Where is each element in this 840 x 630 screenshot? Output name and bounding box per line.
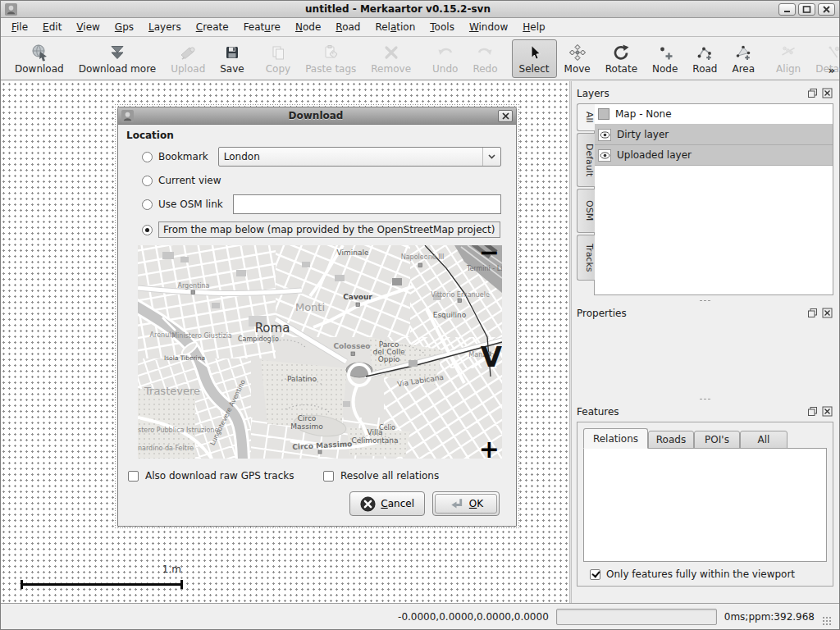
map-label: Viminale <box>337 249 369 257</box>
minimize-button[interactable] <box>778 3 796 16</box>
bookmark-combo-value: London <box>224 151 482 162</box>
toolbar-button-label: Align <box>776 63 801 75</box>
menu-item-layers[interactable]: Layers <box>141 19 189 35</box>
menu-item-file[interactable]: File <box>4 19 35 35</box>
toolbar-button-move[interactable]: Move <box>557 39 598 78</box>
menu-item-node[interactable]: Node <box>288 19 328 35</box>
button-label: OK <box>469 498 483 509</box>
menu-item-help[interactable]: Help <box>515 19 552 35</box>
toolbar-button-label: Node <box>652 63 678 75</box>
button-label: Cancel <box>381 498 414 509</box>
toolbar-button-rotate[interactable]: Rotate <box>598 39 645 78</box>
properties-close-button[interactable] <box>822 308 833 319</box>
ok-button[interactable]: OK <box>432 491 500 516</box>
radio-use-osm-link[interactable] <box>142 199 153 210</box>
map-label: Monti <box>295 301 325 313</box>
features-tab-poi-s[interactable]: POI's <box>694 431 740 449</box>
layers-close-button[interactable] <box>822 88 833 99</box>
radio-bookmark[interactable] <box>142 152 153 162</box>
option-label: Current view <box>158 175 221 186</box>
checkbox-resolve-all-relation[interactable] <box>323 471 334 482</box>
location-group-label: Location <box>126 130 501 141</box>
menu-item-gps[interactable]: Gps <box>107 19 141 35</box>
option-label: Bookmark <box>158 151 208 162</box>
menu-item-view[interactable]: View <box>69 19 107 35</box>
features-tab-relations[interactable]: Relations <box>583 428 648 449</box>
bookmark-combo[interactable]: London <box>218 147 501 167</box>
radio-current-view[interactable] <box>142 176 153 186</box>
align-icon <box>779 43 797 62</box>
title-bar[interactable]: untitled - Merkaartor v0.15.2-svn <box>1 1 839 18</box>
toolbar-button-download[interactable]: Download <box>7 39 71 78</box>
toolbar-button-road[interactable]: Road <box>685 39 724 78</box>
layer-row-dirty-layer[interactable]: Dirty layer <box>595 125 833 145</box>
layers-properties-splitter[interactable] <box>577 295 833 305</box>
toolbar-button-area[interactable]: Area <box>724 39 762 78</box>
toolbar-button-paste-tags: Paste tags <box>298 39 363 78</box>
save-icon <box>223 43 241 62</box>
copy-icon <box>269 43 287 62</box>
menu-item-window[interactable]: Window <box>462 19 515 35</box>
checkbox-also-download-raw-gp[interactable] <box>128 471 139 482</box>
select-icon <box>525 43 543 62</box>
properties-panel-header: Properties <box>577 305 833 321</box>
option-row-use-osm-link: Use OSM link <box>142 194 501 214</box>
dialog-close-button[interactable] <box>498 110 513 122</box>
map-zoom-out-button[interactable]: − <box>479 245 500 261</box>
toolbar-button-node[interactable]: Node <box>645 39 685 78</box>
properties-float-button[interactable] <box>807 308 819 319</box>
viewport-checkbox[interactable] <box>590 569 600 580</box>
toolbar-button-label: Upload <box>171 63 205 75</box>
cancel-button[interactable]: Cancel <box>349 491 425 516</box>
layers-tab-tracks[interactable]: Tracks <box>577 235 595 281</box>
radio-from-the-map-bel[interactable] <box>142 225 153 235</box>
layer-row-map-none[interactable]: Map - None <box>595 104 833 125</box>
close-button[interactable] <box>818 3 835 16</box>
map-preview[interactable]: ViminaleNapoleone IIITermini - LaArgenti… <box>138 245 502 459</box>
menu-item-create[interactable]: Create <box>189 19 236 35</box>
map-label: Isola Tiberina <box>164 354 205 362</box>
osm-link-input[interactable] <box>233 194 501 214</box>
layer-row-uploaded-layer[interactable]: Uploaded layer <box>595 145 833 166</box>
layer-label: Uploaded layer <box>617 149 692 161</box>
features-tab-roads[interactable]: Roads <box>648 431 694 449</box>
upload-icon <box>179 43 197 62</box>
toolbar-button-upload: Upload <box>163 39 212 78</box>
layers-tab-osm[interactable]: OSM <box>577 189 595 233</box>
layer-visibility-eye-icon[interactable] <box>598 149 611 162</box>
layer-none-checkbox[interactable] <box>598 108 609 120</box>
toolbar-button-undo: Undo <box>425 39 465 78</box>
move-icon <box>568 43 587 62</box>
menu-item-relation[interactable]: Relation <box>368 19 422 35</box>
cancel-icon <box>360 496 376 512</box>
toolbar-button-save[interactable]: Save <box>212 39 251 78</box>
menu-item-edit[interactable]: Edit <box>35 19 69 35</box>
features-box: RelationsRoadsPOI'sAll Only features ful… <box>577 422 833 587</box>
features-list[interactable] <box>583 448 827 562</box>
download-dialog: Download Location BookmarkLondonCurrent … <box>114 103 520 530</box>
menu-item-road[interactable]: Road <box>328 19 368 35</box>
features-float-button[interactable] <box>807 406 819 418</box>
resize-grip[interactable] <box>822 616 833 627</box>
features-close-button[interactable] <box>822 406 833 418</box>
map-label: Trastevere <box>144 385 200 397</box>
layer-visibility-eye-icon[interactable] <box>598 129 611 141</box>
properties-features-splitter[interactable] <box>577 394 833 404</box>
node-icon <box>656 43 674 62</box>
maximize-button[interactable] <box>798 3 815 16</box>
layers-tab-strip: AllDefaultOSMTracks <box>577 103 595 295</box>
menu-item-feature[interactable]: Feature <box>236 19 288 35</box>
chevron-down-icon[interactable] <box>482 148 500 166</box>
toolbar-button-download-more[interactable]: Download more <box>71 39 164 78</box>
toolbar-button-label: Select <box>519 63 550 75</box>
features-tab-all[interactable]: All <box>740 431 788 449</box>
menu-item-tools[interactable]: Tools <box>422 19 462 35</box>
toolbar-button-select[interactable]: Select <box>512 39 557 78</box>
map-zoom-in-button[interactable]: + <box>479 441 500 458</box>
viewport-checkbox-label: Only features fully within the viewport <box>606 568 795 580</box>
layers-tab-default[interactable]: Default <box>577 133 595 187</box>
option-row-current-view: Current view <box>142 174 501 187</box>
dialog-title-bar[interactable]: Download <box>118 107 516 125</box>
layers-float-button[interactable] <box>807 88 819 99</box>
layers-tab-all[interactable]: All <box>577 103 595 131</box>
